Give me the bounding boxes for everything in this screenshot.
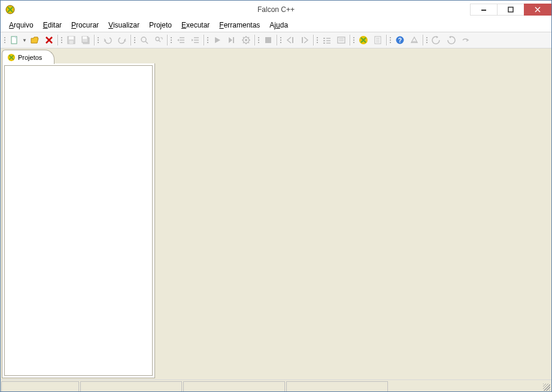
toolbar-grip[interactable] — [96, 34, 100, 47]
app-icon — [5, 5, 15, 14]
toggle-breakpoints-button[interactable] — [320, 34, 333, 47]
title-bar: Falcon C++ — [1, 1, 551, 19]
svg-rect-16 — [265, 37, 271, 43]
toolbar-separator — [349, 34, 351, 47]
open-button[interactable] — [28, 34, 41, 47]
run-to-button[interactable] — [225, 34, 238, 47]
toolbar-grip[interactable] — [352, 34, 356, 47]
status-cell-1 — [1, 381, 79, 392]
falcon-icon — [7, 53, 16, 62]
svg-rect-22 — [338, 37, 345, 43]
tab-projetos[interactable]: Projetos — [2, 50, 54, 64]
status-cell-3 — [183, 381, 285, 392]
toolbar-grip[interactable] — [279, 34, 283, 47]
project-tree[interactable] — [2, 63, 155, 378]
build-button[interactable] — [239, 34, 253, 47]
menu-editar[interactable]: Editar — [38, 20, 66, 31]
menu-projeto[interactable]: Projeto — [144, 20, 177, 31]
nav-prev-button[interactable] — [430, 34, 443, 47]
toolbar-grip[interactable] — [133, 34, 137, 47]
toolbar-separator — [57, 34, 59, 47]
maximize-button[interactable] — [497, 4, 524, 16]
redo-button[interactable] — [116, 34, 129, 47]
help-button[interactable]: ? — [393, 34, 407, 47]
toolbar-separator — [130, 34, 132, 47]
svg-rect-6 — [69, 37, 74, 39]
toolbar-grip[interactable] — [3, 34, 7, 47]
svg-point-15 — [245, 39, 247, 41]
watch-button[interactable] — [335, 34, 348, 47]
menu-arquivo[interactable]: Arquivo — [4, 20, 38, 31]
context-help-button[interactable] — [408, 34, 421, 47]
window-title: Falcon C++ — [257, 5, 295, 14]
resize-grip[interactable] — [541, 381, 551, 392]
nav-up-button[interactable] — [459, 34, 472, 47]
toolbar-grip[interactable] — [206, 34, 210, 47]
stop-button[interactable] — [262, 34, 275, 47]
svg-rect-19 — [323, 38, 325, 39]
toolbar-grip[interactable] — [169, 34, 173, 47]
outdent-button[interactable] — [174, 34, 187, 47]
menu-ajuda[interactable]: Ajuda — [265, 20, 293, 31]
svg-text:?: ? — [398, 37, 402, 44]
toolbar-separator — [313, 34, 314, 47]
editor-area — [156, 48, 551, 379]
minimize-button[interactable] — [470, 4, 498, 16]
toolbar-grip[interactable] — [316, 34, 319, 47]
window-controls — [470, 4, 551, 16]
toolbar-grip[interactable] — [257, 34, 260, 47]
tab-spacer — [54, 50, 155, 64]
new-file-button[interactable] — [8, 34, 21, 47]
menu-ferramentas[interactable]: Ferramentas — [214, 20, 265, 31]
svg-rect-17 — [292, 37, 293, 43]
sidebar: Projetos — [1, 48, 156, 379]
svg-rect-2 — [481, 10, 486, 11]
properties-button[interactable] — [371, 34, 384, 47]
menu-executar[interactable]: Executar — [177, 20, 214, 31]
step-out-button[interactable] — [284, 34, 297, 47]
new-file-dropdown[interactable]: ▼ — [22, 38, 27, 43]
tab-label: Projetos — [18, 54, 42, 61]
content-area: Projetos — [1, 48, 551, 379]
replace-button[interactable] — [152, 34, 165, 47]
svg-rect-13 — [233, 37, 234, 43]
toolbar: ▼ ? — [1, 32, 551, 48]
close-button[interactable] — [524, 4, 551, 16]
svg-rect-20 — [323, 40, 325, 41]
menu-visualizar[interactable]: Visualizar — [104, 20, 144, 31]
svg-rect-18 — [302, 37, 303, 43]
svg-rect-3 — [508, 7, 513, 12]
step-in-button[interactable] — [298, 34, 311, 47]
find-button[interactable] — [138, 34, 151, 47]
status-bar — [1, 379, 551, 392]
save-button[interactable] — [65, 34, 78, 47]
status-cell-2 — [80, 381, 182, 392]
toolbar-separator — [422, 34, 424, 47]
menu-bar: Arquivo Editar Procurar Visualizar Proje… — [1, 19, 551, 32]
save-all-button[interactable] — [79, 34, 92, 47]
toolbar-grip[interactable] — [60, 34, 63, 47]
nav-next-button[interactable] — [444, 34, 457, 47]
menu-procurar[interactable]: Procurar — [66, 20, 104, 31]
svg-rect-7 — [69, 41, 73, 44]
toolbar-separator — [93, 34, 95, 47]
run-button[interactable] — [211, 34, 224, 47]
remove-button[interactable] — [43, 34, 56, 47]
undo-button[interactable] — [101, 34, 114, 47]
sidebar-tabs: Projetos — [2, 50, 155, 64]
status-cell-4 — [286, 381, 388, 392]
indent-button[interactable] — [189, 34, 202, 47]
toolbar-separator — [254, 34, 256, 47]
toolbar-separator — [276, 34, 278, 47]
toolbar-separator — [386, 34, 387, 47]
toolbar-grip[interactable] — [389, 34, 392, 47]
svg-rect-21 — [323, 42, 325, 44]
svg-point-11 — [141, 37, 146, 42]
svg-rect-10 — [83, 37, 87, 39]
toolbar-separator — [203, 34, 205, 47]
falcon-icon-button[interactable] — [357, 34, 370, 47]
toolbar-separator — [166, 34, 168, 47]
toolbar-grip[interactable] — [425, 34, 429, 47]
